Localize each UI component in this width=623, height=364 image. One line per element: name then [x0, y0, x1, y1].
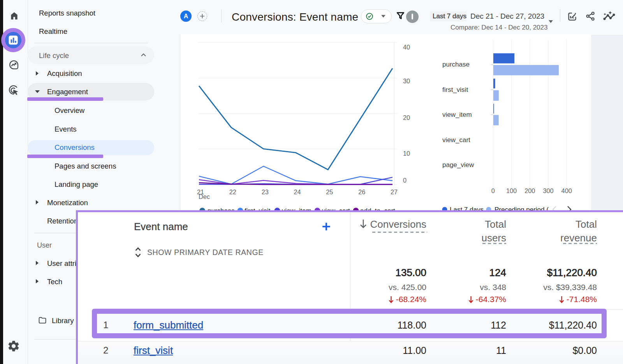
svg-text:26: 26: [358, 188, 365, 195]
svg-text:24: 24: [294, 188, 301, 195]
svg-text:20: 20: [403, 114, 410, 121]
svg-text:400: 400: [561, 187, 572, 194]
svg-text:40: 40: [403, 44, 410, 51]
svg-text:first_visit: first_visit: [442, 86, 468, 93]
svg-text:0: 0: [403, 177, 407, 184]
svg-text:purchase: purchase: [442, 61, 470, 68]
svg-text:22: 22: [229, 188, 236, 195]
svg-text:page_view: page_view: [442, 161, 474, 169]
svg-text:27: 27: [391, 188, 398, 195]
svg-text:view_item: view_item: [442, 111, 472, 118]
svg-text:30: 30: [403, 77, 410, 84]
svg-text:200: 200: [524, 187, 535, 194]
svg-text:10: 10: [403, 150, 410, 157]
svg-text:23: 23: [262, 188, 269, 195]
svg-text:view_cart: view_cart: [442, 136, 470, 144]
svg-text:300: 300: [543, 187, 553, 194]
svg-text:0: 0: [491, 187, 495, 194]
svg-text:100: 100: [506, 187, 517, 194]
svg-text:Dec: Dec: [199, 193, 210, 200]
svg-text:25: 25: [326, 188, 333, 195]
